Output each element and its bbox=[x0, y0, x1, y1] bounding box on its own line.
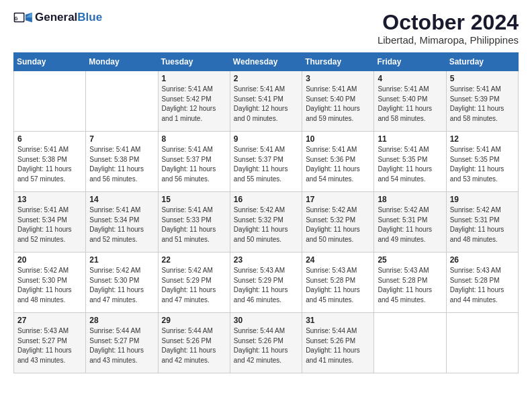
day-cell: 28Sunrise: 5:44 AM Sunset: 5:27 PM Dayli… bbox=[86, 313, 158, 373]
day-cell: 8Sunrise: 5:41 AM Sunset: 5:37 PM Daylig… bbox=[158, 132, 230, 192]
day-info: Sunrise: 5:42 AM Sunset: 5:30 PM Dayligh… bbox=[17, 266, 82, 305]
day-header-thursday: Thursday bbox=[302, 53, 374, 71]
day-cell: 26Sunrise: 5:43 AM Sunset: 5:28 PM Dayli… bbox=[446, 253, 518, 313]
day-cell: 16Sunrise: 5:42 AM Sunset: 5:32 PM Dayli… bbox=[230, 192, 302, 253]
day-info: Sunrise: 5:43 AM Sunset: 5:28 PM Dayligh… bbox=[450, 266, 515, 305]
day-cell: 15Sunrise: 5:41 AM Sunset: 5:33 PM Dayli… bbox=[158, 192, 230, 253]
day-info: Sunrise: 5:41 AM Sunset: 5:36 PM Dayligh… bbox=[306, 145, 370, 184]
title-area: October 2024 Libertad, Mimaropa, Philipp… bbox=[378, 11, 519, 46]
page-container: G GeneralBlue October 2024 Libertad, Mim… bbox=[0, 0, 532, 380]
day-number: 24 bbox=[306, 255, 370, 265]
day-number: 1 bbox=[162, 74, 226, 83]
day-cell: 31Sunrise: 5:44 AM Sunset: 5:26 PM Dayli… bbox=[302, 313, 374, 373]
logo-general-text: General bbox=[35, 11, 77, 24]
week-row-1: 1Sunrise: 5:41 AM Sunset: 5:42 PM Daylig… bbox=[14, 71, 519, 132]
day-info: Sunrise: 5:43 AM Sunset: 5:29 PM Dayligh… bbox=[234, 266, 298, 305]
day-cell: 6Sunrise: 5:41 AM Sunset: 5:38 PM Daylig… bbox=[14, 132, 86, 192]
day-cell: 1Sunrise: 5:41 AM Sunset: 5:42 PM Daylig… bbox=[158, 71, 230, 132]
day-info: Sunrise: 5:41 AM Sunset: 5:42 PM Dayligh… bbox=[162, 85, 226, 124]
day-info: Sunrise: 5:43 AM Sunset: 5:28 PM Dayligh… bbox=[306, 266, 370, 305]
day-info: Sunrise: 5:41 AM Sunset: 5:33 PM Dayligh… bbox=[162, 205, 226, 244]
location-title: Libertad, Mimaropa, Philippines bbox=[378, 34, 519, 46]
day-number: 11 bbox=[378, 134, 442, 144]
day-info: Sunrise: 5:42 AM Sunset: 5:31 PM Dayligh… bbox=[450, 205, 515, 244]
day-cell: 30Sunrise: 5:44 AM Sunset: 5:26 PM Dayli… bbox=[230, 313, 302, 373]
day-info: Sunrise: 5:43 AM Sunset: 5:28 PM Dayligh… bbox=[378, 266, 442, 305]
day-cell: 29Sunrise: 5:44 AM Sunset: 5:26 PM Dayli… bbox=[158, 313, 230, 373]
day-header-monday: Monday bbox=[86, 53, 158, 71]
day-number: 6 bbox=[17, 134, 82, 144]
day-number: 25 bbox=[378, 255, 442, 265]
day-cell: 27Sunrise: 5:43 AM Sunset: 5:27 PM Dayli… bbox=[14, 313, 86, 373]
day-number: 30 bbox=[234, 316, 298, 325]
day-info: Sunrise: 5:41 AM Sunset: 5:40 PM Dayligh… bbox=[378, 85, 442, 124]
day-info: Sunrise: 5:41 AM Sunset: 5:38 PM Dayligh… bbox=[89, 145, 154, 184]
day-info: Sunrise: 5:43 AM Sunset: 5:27 PM Dayligh… bbox=[17, 326, 82, 365]
day-cell: 7Sunrise: 5:41 AM Sunset: 5:38 PM Daylig… bbox=[86, 132, 158, 192]
day-info: Sunrise: 5:41 AM Sunset: 5:40 PM Dayligh… bbox=[306, 85, 370, 124]
day-cell: 13Sunrise: 5:41 AM Sunset: 5:34 PM Dayli… bbox=[14, 192, 86, 253]
calendar-table: SundayMondayTuesdayWednesdayThursdayFrid… bbox=[13, 52, 519, 373]
day-number: 27 bbox=[17, 316, 82, 325]
day-cell: 18Sunrise: 5:42 AM Sunset: 5:31 PM Dayli… bbox=[374, 192, 446, 253]
day-cell bbox=[86, 71, 158, 132]
day-info: Sunrise: 5:41 AM Sunset: 5:39 PM Dayligh… bbox=[450, 85, 515, 124]
day-number: 13 bbox=[17, 195, 82, 204]
day-cell: 19Sunrise: 5:42 AM Sunset: 5:31 PM Dayli… bbox=[446, 192, 518, 253]
day-cell bbox=[374, 313, 446, 373]
day-cell: 11Sunrise: 5:41 AM Sunset: 5:35 PM Dayli… bbox=[374, 132, 446, 192]
day-cell: 22Sunrise: 5:42 AM Sunset: 5:29 PM Dayli… bbox=[158, 253, 230, 313]
day-number: 18 bbox=[378, 195, 442, 204]
day-number: 7 bbox=[89, 134, 154, 144]
day-header-saturday: Saturday bbox=[446, 53, 518, 71]
day-number: 19 bbox=[450, 195, 515, 204]
day-number: 14 bbox=[89, 195, 154, 204]
day-number: 26 bbox=[450, 255, 515, 265]
logo-icon: G bbox=[13, 11, 34, 24]
week-row-5: 27Sunrise: 5:43 AM Sunset: 5:27 PM Dayli… bbox=[14, 313, 519, 373]
day-info: Sunrise: 5:41 AM Sunset: 5:41 PM Dayligh… bbox=[234, 85, 298, 124]
day-cell: 9Sunrise: 5:41 AM Sunset: 5:37 PM Daylig… bbox=[230, 132, 302, 192]
day-cell: 10Sunrise: 5:41 AM Sunset: 5:36 PM Dayli… bbox=[302, 132, 374, 192]
day-number: 4 bbox=[378, 74, 442, 83]
week-row-2: 6Sunrise: 5:41 AM Sunset: 5:38 PM Daylig… bbox=[14, 132, 519, 192]
logo-blue-text: Blue bbox=[77, 11, 102, 24]
day-number: 12 bbox=[450, 134, 515, 144]
day-header-friday: Friday bbox=[374, 53, 446, 71]
day-number: 20 bbox=[17, 255, 82, 265]
day-info: Sunrise: 5:42 AM Sunset: 5:32 PM Dayligh… bbox=[234, 205, 298, 244]
day-number: 8 bbox=[162, 134, 226, 144]
day-cell: 17Sunrise: 5:42 AM Sunset: 5:32 PM Dayli… bbox=[302, 192, 374, 253]
day-number: 15 bbox=[162, 195, 226, 204]
day-info: Sunrise: 5:42 AM Sunset: 5:31 PM Dayligh… bbox=[378, 205, 442, 244]
day-number: 28 bbox=[89, 316, 154, 325]
day-cell: 3Sunrise: 5:41 AM Sunset: 5:40 PM Daylig… bbox=[302, 71, 374, 132]
day-header-wednesday: Wednesday bbox=[230, 53, 302, 71]
day-cell: 5Sunrise: 5:41 AM Sunset: 5:39 PM Daylig… bbox=[446, 71, 518, 132]
day-number: 2 bbox=[234, 74, 298, 83]
day-number: 29 bbox=[162, 316, 226, 325]
day-number: 22 bbox=[162, 255, 226, 265]
day-cell: 4Sunrise: 5:41 AM Sunset: 5:40 PM Daylig… bbox=[374, 71, 446, 132]
day-number: 5 bbox=[450, 74, 515, 83]
day-info: Sunrise: 5:41 AM Sunset: 5:34 PM Dayligh… bbox=[89, 205, 154, 244]
day-header-sunday: Sunday bbox=[14, 53, 86, 71]
day-cell bbox=[446, 313, 518, 373]
day-info: Sunrise: 5:41 AM Sunset: 5:34 PM Dayligh… bbox=[17, 205, 82, 244]
day-cell: 14Sunrise: 5:41 AM Sunset: 5:34 PM Dayli… bbox=[86, 192, 158, 253]
day-info: Sunrise: 5:42 AM Sunset: 5:32 PM Dayligh… bbox=[306, 205, 370, 244]
day-cell: 23Sunrise: 5:43 AM Sunset: 5:29 PM Dayli… bbox=[230, 253, 302, 313]
week-row-4: 20Sunrise: 5:42 AM Sunset: 5:30 PM Dayli… bbox=[14, 253, 519, 313]
day-cell: 25Sunrise: 5:43 AM Sunset: 5:28 PM Dayli… bbox=[374, 253, 446, 313]
day-info: Sunrise: 5:42 AM Sunset: 5:29 PM Dayligh… bbox=[162, 266, 226, 305]
day-info: Sunrise: 5:41 AM Sunset: 5:35 PM Dayligh… bbox=[450, 145, 515, 184]
day-info: Sunrise: 5:44 AM Sunset: 5:26 PM Dayligh… bbox=[306, 326, 370, 365]
svg-text:G: G bbox=[14, 16, 17, 21]
week-row-3: 13Sunrise: 5:41 AM Sunset: 5:34 PM Dayli… bbox=[14, 192, 519, 253]
day-number: 23 bbox=[234, 255, 298, 265]
day-number: 17 bbox=[306, 195, 370, 204]
day-cell: 20Sunrise: 5:42 AM Sunset: 5:30 PM Dayli… bbox=[14, 253, 86, 313]
day-info: Sunrise: 5:44 AM Sunset: 5:26 PM Dayligh… bbox=[162, 326, 226, 365]
day-number: 3 bbox=[306, 74, 370, 83]
day-info: Sunrise: 5:41 AM Sunset: 5:35 PM Dayligh… bbox=[378, 145, 442, 184]
